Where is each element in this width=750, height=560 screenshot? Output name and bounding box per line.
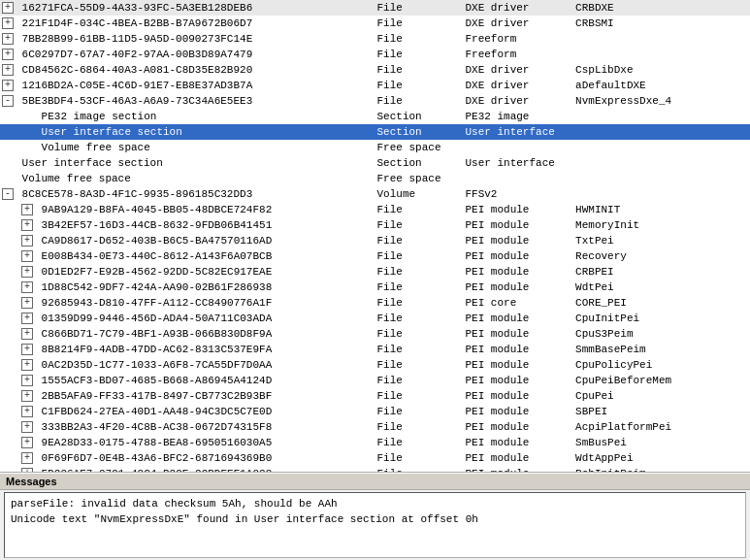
- message-line-2: Unicode text "NvmExpressDxE" found in Us…: [11, 511, 739, 527]
- expand-icon[interactable]: +: [21, 421, 33, 433]
- expand-icon[interactable]: +: [2, 2, 14, 14]
- row-subtype-cell: PEI module: [463, 311, 573, 326]
- row-subtype-cell: PEI module: [463, 202, 573, 217]
- row-module-name-cell: [573, 186, 750, 202]
- row-type-cell: Section: [375, 124, 464, 140]
- row-name-cell: + 221F1D4F-034C-4BEA-B2BB-B7A9672B06D7: [0, 16, 375, 31]
- table-row[interactable]: + 3B42EF57-16D3-44CB-8632-9FDB06B41451Fi…: [0, 217, 750, 233]
- table-row[interactable]: + 6C0297D7-67A7-40F2-97AA-00B3D89A7479Fi…: [0, 47, 750, 62]
- table-row[interactable]: + 221F1D4F-034C-4BEA-B2BB-B7A9672B06D7Fi…: [0, 16, 750, 31]
- row-type-cell: File: [375, 16, 464, 31]
- table-row[interactable]: Volume free spaceFree space: [0, 140, 750, 155]
- expand-icon[interactable]: +: [21, 328, 33, 340]
- expand-icon[interactable]: +: [21, 281, 33, 293]
- expand-icon[interactable]: +: [2, 33, 14, 45]
- table-row[interactable]: + 16271FCA-55D9-4A33-93FC-5A3EB128DEB6Fi…: [0, 0, 750, 16]
- message-line-1: parseFile: invalid data checksum 5Ah, sh…: [11, 496, 739, 511]
- expand-icon[interactable]: +: [21, 359, 33, 371]
- row-name-text: E008B434-0E73-440C-8612-A143F6A07BCB: [35, 250, 272, 262]
- table-row[interactable]: + 2BB5AFA9-FF33-417B-8497-CB773C2B93BFFi…: [0, 388, 750, 404]
- row-type-cell: File: [375, 466, 464, 473]
- table-row[interactable]: + 01359D99-9446-456D-ADA4-50A711C03ADAFi…: [0, 311, 750, 326]
- table-row[interactable]: + 1555ACF3-BD07-4685-B668-A86945A4124DFi…: [0, 373, 750, 388]
- table-row[interactable]: + 1216BD2A-C05E-4C6D-91E7-EB8E37AD3B7AFi…: [0, 78, 750, 93]
- row-name-text: PE32 image section: [35, 111, 156, 122]
- expand-icon[interactable]: +: [21, 437, 33, 448]
- row-name-text: 2BB5AFA9-FF33-417B-8497-CB773C2B93BF: [35, 390, 272, 402]
- table-row[interactable]: + CD84562C-6864-40A3-A081-C8D35E82B920Fi…: [0, 62, 750, 78]
- tree-view[interactable]: + 16271FCA-55D9-4A33-93FC-5A3EB128DEB6Fi…: [0, 0, 750, 473]
- row-subtype-cell: User interface: [463, 155, 573, 171]
- table-row[interactable]: + FD236AE7-0791-48C4-B29E-29BDEEE1A838Fi…: [0, 466, 750, 473]
- table-row[interactable]: User interface sectionSectionUser interf…: [0, 124, 750, 140]
- row-module-name-cell: [573, 140, 750, 155]
- table-row[interactable]: + 0D1ED2F7-E92B-4562-92DD-5C82EC917EAEFi…: [0, 264, 750, 280]
- expand-icon[interactable]: -: [2, 188, 14, 200]
- expand-icon[interactable]: +: [21, 235, 33, 247]
- row-type-cell: File: [375, 93, 464, 109]
- row-module-name-cell: [573, 109, 750, 124]
- expand-icon[interactable]: +: [2, 17, 14, 29]
- expand-icon[interactable]: +: [21, 297, 33, 309]
- row-module-name-cell: NvmExpressDxe_4: [573, 93, 750, 109]
- row-subtype-cell: PEI module: [463, 466, 573, 473]
- row-type-cell: File: [375, 295, 464, 311]
- table-row[interactable]: + 9AB9A129-B8FA-4045-BB05-48DBCE724F82Fi…: [0, 202, 750, 217]
- row-module-name-cell: TxtPei: [573, 233, 750, 248]
- table-row[interactable]: + 9EA28D33-0175-4788-BEA8-6950516030A5Fi…: [0, 435, 750, 450]
- row-name-cell: + 0D1ED2F7-E92B-4562-92DD-5C82EC917EAE: [0, 264, 375, 280]
- row-module-name-cell: Recovery: [573, 248, 750, 264]
- row-name-text: 333BB2A3-4F20-4C8B-AC38-0672D74315F8: [35, 421, 272, 433]
- row-subtype-cell: DXE driver: [463, 78, 573, 93]
- row-type-cell: File: [375, 450, 464, 466]
- table-row[interactable]: + 8B8214F9-4ADB-47DD-AC62-8313C537E9FAFi…: [0, 342, 750, 357]
- row-name-text: 0D1ED2F7-E92B-4562-92DD-5C82EC917EAE: [35, 266, 272, 278]
- row-subtype-cell: PEI module: [463, 248, 573, 264]
- row-module-name-cell: CRBDXE: [573, 0, 750, 16]
- table-row[interactable]: + 333BB2A3-4F20-4C8B-AC38-0672D74315F8Fi…: [0, 419, 750, 435]
- table-row[interactable]: Volume free spaceFree space: [0, 171, 750, 186]
- expand-icon[interactable]: +: [21, 406, 33, 417]
- expand-icon[interactable]: +: [21, 375, 33, 386]
- row-subtype-cell: DXE driver: [463, 16, 573, 31]
- table-row[interactable]: + 0AC2D35D-1C77-1033-A6F8-7CA55DF7D0AAFi…: [0, 357, 750, 373]
- table-row[interactable]: + 92685943-D810-47FF-A112-CC8490776A1FFi…: [0, 295, 750, 311]
- table-row[interactable]: + 7BB28B99-61BB-11D5-9A5D-0090273FC14EFi…: [0, 31, 750, 47]
- table-row[interactable]: + 1D88C542-9DF7-424A-AA90-02B61F286938Fi…: [0, 280, 750, 295]
- expand-icon[interactable]: +: [21, 390, 33, 402]
- expand-icon[interactable]: +: [2, 80, 14, 91]
- row-name-text: User interface section: [35, 126, 182, 138]
- row-subtype-cell: [463, 171, 573, 186]
- row-name-cell: + C866BD71-7C79-4BF1-A93B-066B830D8F9A: [0, 326, 375, 342]
- expand-icon[interactable]: +: [21, 452, 33, 464]
- row-name-cell: + 1555ACF3-BD07-4685-B668-A86945A4124D: [0, 373, 375, 388]
- row-name-cell: + 0AC2D35D-1C77-1033-A6F8-7CA55DF7D0AA: [0, 357, 375, 373]
- table-row[interactable]: + 0F69F6D7-0E4B-43A6-BFC2-6871694369B0Fi…: [0, 450, 750, 466]
- expand-icon[interactable]: +: [21, 204, 33, 215]
- table-row[interactable]: User interface sectionSectionUser interf…: [0, 155, 750, 171]
- expand-icon[interactable]: +: [2, 49, 14, 60]
- row-name-text: C1FBD624-27EA-40D1-AA48-94C3DC5C7E0D: [35, 406, 272, 417]
- row-type-cell: File: [375, 280, 464, 295]
- expand-icon[interactable]: +: [21, 250, 33, 262]
- table-row[interactable]: + C1FBD624-27EA-40D1-AA48-94C3DC5C7E0DFi…: [0, 404, 750, 419]
- row-type-cell: File: [375, 47, 464, 62]
- row-module-name-cell: CpuPolicyPei: [573, 357, 750, 373]
- file-table: + 16271FCA-55D9-4A33-93FC-5A3EB128DEB6Fi…: [0, 0, 750, 473]
- table-row[interactable]: PE32 image sectionSectionPE32 image: [0, 109, 750, 124]
- expand-icon[interactable]: +: [21, 266, 33, 278]
- table-row[interactable]: + C866BD71-7C79-4BF1-A93B-066B830D8F9AFi…: [0, 326, 750, 342]
- expand-icon[interactable]: +: [2, 64, 14, 76]
- expand-icon[interactable]: +: [21, 219, 33, 231]
- expand-icon[interactable]: -: [2, 95, 14, 107]
- row-name-cell: + 3B42EF57-16D3-44CB-8632-9FDB06B41451: [0, 217, 375, 233]
- table-row[interactable]: + CA9D8617-D652-403B-B6C5-BA47570116ADFi…: [0, 233, 750, 248]
- table-row[interactable]: + E008B434-0E73-440C-8612-A143F6A07BCBFi…: [0, 248, 750, 264]
- table-row[interactable]: - 5BE3BDF4-53CF-46A3-A6A9-73C34A6E5EE3Fi…: [0, 93, 750, 109]
- expand-icon[interactable]: +: [21, 344, 33, 355]
- row-name-text: 1555ACF3-BD07-4685-B668-A86945A4124D: [35, 375, 272, 386]
- row-type-cell: File: [375, 0, 464, 16]
- row-module-name-cell: [573, 47, 750, 62]
- expand-icon[interactable]: +: [21, 313, 33, 324]
- table-row[interactable]: - 8C8CE578-8A3D-4F1C-9935-896185C32DD3Vo…: [0, 186, 750, 202]
